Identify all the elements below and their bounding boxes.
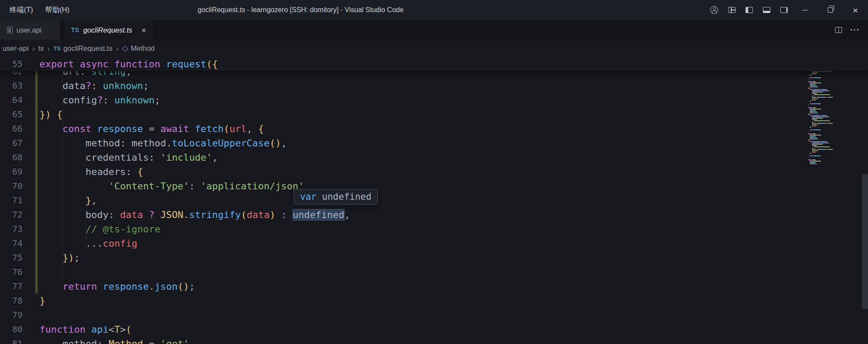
code-line-66[interactable]: 66 const response = await fetch(url, { <box>0 122 868 136</box>
gutter-modified-indicator <box>35 150 38 165</box>
line-number[interactable]: 74 <box>0 236 23 251</box>
more-actions-icon: ··· <box>850 25 860 35</box>
toggle-panel-button[interactable] <box>758 0 775 20</box>
line-number[interactable]: 81 <box>0 337 23 344</box>
code-line-81[interactable]: 81 method: Method = 'get', <box>0 337 868 344</box>
code-text: headers: { <box>23 165 143 179</box>
code-line-79[interactable]: 79 <box>0 308 868 322</box>
line-number[interactable]: 67 <box>0 136 23 150</box>
gutter-modified-indicator <box>35 251 38 265</box>
line-number[interactable]: 69 <box>0 165 23 179</box>
code-text: } <box>23 294 45 308</box>
minimap[interactable] <box>808 58 846 165</box>
more-actions-button[interactable]: ··· <box>847 22 863 38</box>
line-number[interactable]: 68 <box>0 150 23 165</box>
gutter-modified-indicator <box>35 122 38 136</box>
line-number[interactable]: 63 <box>0 79 23 93</box>
tabbar-tabs: user.apiTSgocliRequest.ts× <box>0 20 153 40</box>
code-line-77[interactable]: 77 return response.json(); <box>0 279 868 294</box>
customize-layout-button[interactable] <box>723 0 740 20</box>
code-line-76[interactable]: 76 <box>0 265 868 279</box>
breadcrumb-gocliRequest.ts[interactable]: TSgocliRequest.ts <box>53 44 112 53</box>
breadcrumb-ts[interactable]: ts <box>38 44 44 53</box>
line-number[interactable]: 72 <box>0 208 23 222</box>
indent-guide <box>86 136 86 251</box>
code-line-74[interactable]: 74 ...config <box>0 236 868 251</box>
split-editor-button[interactable] <box>831 22 846 38</box>
close-tab-icon[interactable]: × <box>142 26 146 34</box>
code-line-71[interactable]: 71 }, <box>0 193 868 208</box>
breadcrumb-separator-icon: › <box>32 44 35 53</box>
line-number[interactable]: 71 <box>0 193 23 208</box>
line-number[interactable]: 66 <box>0 122 23 136</box>
restore-button[interactable] <box>818 0 843 20</box>
code-text: 'Content-Type': 'application/json' <box>23 179 304 193</box>
window-controls: × <box>792 0 868 20</box>
code-line-72[interactable]: 72 body: data ? JSON.stringify(data) : u… <box>0 208 868 222</box>
code-line-80[interactable]: 80function api<T>( <box>0 322 868 337</box>
line-number[interactable]: 75 <box>0 251 23 265</box>
code-line-63[interactable]: 63 data?: unknown; <box>0 79 868 93</box>
breadcrumb-Method[interactable]: Method <box>122 44 155 53</box>
code-text: method: Method = 'get', <box>23 337 195 344</box>
gutter-modified-indicator <box>35 165 38 179</box>
editor-scrollbar[interactable] <box>862 57 868 344</box>
line-number[interactable]: 77 <box>0 279 23 294</box>
sticky-scroll-line[interactable]: 55export async function request({ <box>0 57 868 71</box>
vscode-window: 终端(T)帮助(H) gocliRequest.ts - learngozero… <box>0 0 868 344</box>
scrollbar-slider[interactable] <box>862 174 868 309</box>
code-line-69[interactable]: 69 headers: { <box>0 165 868 179</box>
code-text: return response.json(); <box>23 279 195 294</box>
menubar: 终端(T)帮助(H) <box>0 0 76 20</box>
code-text: config?: unknown; <box>23 93 160 107</box>
toggle-secondary-side-bar-button[interactable] <box>775 0 792 20</box>
typescript-icon: TS <box>71 26 79 33</box>
code-line-73[interactable]: 73 // @ts-ignore <box>0 222 868 236</box>
code-line-64[interactable]: 64 config?: unknown; <box>0 93 868 107</box>
line-number[interactable]: 70 <box>0 179 23 193</box>
code-text: }) { <box>23 107 63 122</box>
line-number[interactable]: 55 <box>0 57 23 71</box>
code-line-65[interactable]: 65}) { <box>0 107 868 122</box>
code-text: ...config <box>23 236 137 251</box>
code-line-78[interactable]: 78} <box>0 294 868 308</box>
line-number[interactable]: 65 <box>0 107 23 122</box>
toggle-panel-icon <box>763 7 770 13</box>
code-line-70[interactable]: 70 'Content-Type': 'application/json' <box>0 179 868 193</box>
line-number[interactable]: 79 <box>0 308 23 322</box>
code-line-75[interactable]: 75 }); <box>0 251 868 265</box>
window-title: gocliRequest.ts - learngozero [SSH: domi… <box>198 0 404 20</box>
toggle-primary-side-bar-button[interactable] <box>740 0 758 20</box>
minimize-button[interactable] <box>792 0 818 20</box>
gutter-modified-indicator <box>35 208 38 222</box>
gutter-modified-indicator <box>35 193 38 208</box>
line-number[interactable]: 76 <box>0 265 23 279</box>
code-text: function api<T>( <box>23 322 132 337</box>
breadcrumb-separator-icon: › <box>116 44 119 53</box>
breadcrumb-user-api[interactable]: user-api <box>3 44 29 53</box>
code-line-55[interactable]: 55export async function request({ <box>0 57 868 71</box>
code-line-67[interactable]: 67 method: method.toLocaleUpperCase(), <box>0 136 868 150</box>
menu-item[interactable]: 帮助(H) <box>39 0 76 20</box>
code-line-68[interactable]: 68 credentials: 'include', <box>0 150 868 165</box>
indent-guide <box>63 73 63 279</box>
breadcrumb-label: gocliRequest.ts <box>63 44 112 53</box>
tab-gocliRequest.ts[interactable]: TSgocliRequest.ts× <box>64 20 153 40</box>
menu-item[interactable]: 终端(T) <box>3 0 39 20</box>
split-editor-icon <box>835 27 842 33</box>
customize-layout-icon <box>728 7 736 13</box>
code-text <box>23 308 40 322</box>
gutter-modified-indicator <box>35 107 38 122</box>
accounts-button[interactable] <box>706 0 723 20</box>
line-number[interactable]: 80 <box>0 322 23 337</box>
typescript-icon: TS <box>53 46 61 52</box>
line-number[interactable]: 64 <box>0 93 23 107</box>
editor[interactable]: 62 url: string;63 data?: unknown;64 conf… <box>0 57 868 344</box>
close-button[interactable]: × <box>843 0 868 20</box>
tab-user.api[interactable]: user.api <box>0 20 60 40</box>
line-number[interactable]: 78 <box>0 294 23 308</box>
code-lines: 62 url: string;63 data?: unknown;64 conf… <box>0 64 868 344</box>
toggle-primary-side-bar-icon <box>746 7 753 13</box>
tabbar: user.apiTSgocliRequest.ts× ··· <box>0 20 868 40</box>
line-number[interactable]: 73 <box>0 222 23 236</box>
